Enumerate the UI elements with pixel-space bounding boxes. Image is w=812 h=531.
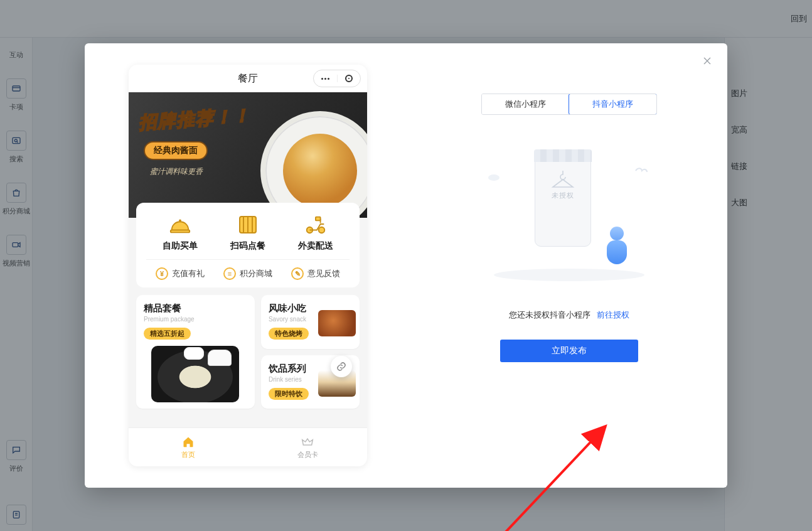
home-icon <box>182 436 195 448</box>
qrcode-icon <box>236 214 260 235</box>
card-savory-snack[interactable]: 风味小吃 Savory snack 特色烧烤 <box>261 295 360 349</box>
tab-home[interactable]: 首页 <box>129 428 248 466</box>
auth-text: 您还未授权抖音小程序 <box>509 310 590 319</box>
card-title: 精品套餐 <box>144 303 247 314</box>
cloud-icon <box>488 174 500 181</box>
person-icon <box>604 227 633 264</box>
phone-body: 招牌推荐！！ 经典肉酱面 蜜汁调料味更香 自助买单 扫码点餐 <box>129 92 367 427</box>
link-label: 意见反馈 <box>307 268 340 279</box>
svg-rect-5 <box>171 230 190 233</box>
cloche-icon <box>168 214 192 235</box>
preview-pane: 餐厅 招牌推荐！！ 经典肉酱面 蜜汁调料味更香 <box>85 43 411 488</box>
banner-subtitle: 蜜汁调料味更香 <box>150 166 203 177</box>
quick-label: 扫码点餐 <box>230 240 265 252</box>
quick-scan-order[interactable]: 扫码点餐 <box>230 214 265 252</box>
quick-delivery[interactable]: 外卖配送 <box>298 214 333 252</box>
more-icon <box>314 78 337 80</box>
svg-point-9 <box>319 227 325 233</box>
auth-message: 您还未授权抖音小程序 前往授权 <box>509 309 629 321</box>
floating-link-button[interactable] <box>331 356 352 377</box>
link-icon <box>336 361 347 372</box>
publish-pane: 微信小程序 抖音小程序 未授权 您还未授权抖音小程序 前往授权 立即发布 <box>411 43 727 488</box>
link-feedback[interactable]: ✎意见反馈 <box>291 267 340 280</box>
quick-label: 外卖配送 <box>298 240 333 252</box>
food-image <box>318 310 356 336</box>
svg-point-6 <box>179 219 181 222</box>
phone-tabbar: 首页 会员卡 <box>129 427 367 466</box>
link-points-mall[interactable]: ≡积分商城 <box>223 267 272 280</box>
phone-header: 餐厅 <box>129 65 367 92</box>
banner[interactable]: 招牌推荐！！ 经典肉酱面 蜜汁调料味更香 <box>129 92 367 218</box>
banner-headline: 招牌推荐！！ <box>138 104 252 135</box>
quick-self-checkout[interactable]: 自助买单 <box>163 214 198 252</box>
food-image <box>151 346 239 402</box>
phone-preview: 餐厅 招牌推荐！！ 经典肉酱面 蜜汁调料味更香 <box>129 65 367 466</box>
close-icon <box>702 56 712 66</box>
phone-title: 餐厅 <box>238 72 258 85</box>
platform-tabs: 微信小程序 抖音小程序 <box>481 94 657 115</box>
modal-overlay: 餐厅 招牌推荐！！ 经典肉酱面 蜜汁调料味更香 <box>0 0 812 531</box>
banner-badge: 经典肉酱面 <box>144 141 208 160</box>
close-button[interactable] <box>701 55 713 67</box>
note-icon: ✎ <box>291 267 304 280</box>
publish-button[interactable]: 立即发布 <box>500 340 638 362</box>
unauthorized-tag: 未授权 <box>552 191 574 200</box>
dish-image <box>260 111 367 218</box>
svg-rect-10 <box>316 217 321 221</box>
card-premium-package[interactable]: 精品套餐 Premium package 精选五折起 <box>136 295 255 409</box>
crown-icon <box>301 436 314 448</box>
phone-ghost-icon: 未授权 <box>535 153 591 247</box>
scooter-icon <box>304 214 328 235</box>
unauthorized-illustration: 未授权 <box>488 153 651 278</box>
target-icon <box>337 75 361 82</box>
yen-icon: ¥ <box>156 267 168 280</box>
bird-icon <box>634 166 648 175</box>
link-label: 积分商城 <box>240 268 272 279</box>
svg-point-12 <box>494 269 644 281</box>
link-recharge[interactable]: ¥充值有礼 <box>156 267 205 280</box>
auth-link[interactable]: 前往授权 <box>597 310 629 319</box>
tab-label: 会员卡 <box>297 450 318 459</box>
phone-capsule[interactable] <box>313 70 361 87</box>
publish-modal: 餐厅 招牌推荐！！ 经典肉酱面 蜜汁调料味更香 <box>85 43 727 488</box>
tab-label: 首页 <box>181 450 195 459</box>
svg-point-11 <box>488 174 499 181</box>
quick-label: 自助买单 <box>163 240 198 252</box>
card-chip: 精选五折起 <box>144 328 191 340</box>
card-chip: 限时特饮 <box>269 388 309 400</box>
tab-douyin[interactable]: 抖音小程序 <box>569 94 657 115</box>
tab-wechat[interactable]: 微信小程序 <box>482 94 569 114</box>
tab-member[interactable]: 会员卡 <box>248 428 367 466</box>
quick-actions-card: 自助买单 扫码点餐 外卖配送 <box>136 203 360 287</box>
card-subtitle: Premium package <box>144 316 247 323</box>
hanger-icon <box>550 171 575 190</box>
card-chip: 特色烧烤 <box>269 328 309 340</box>
coins-icon: ≡ <box>223 267 236 280</box>
ground-shadow <box>488 266 651 284</box>
link-label: 充值有礼 <box>172 268 205 279</box>
